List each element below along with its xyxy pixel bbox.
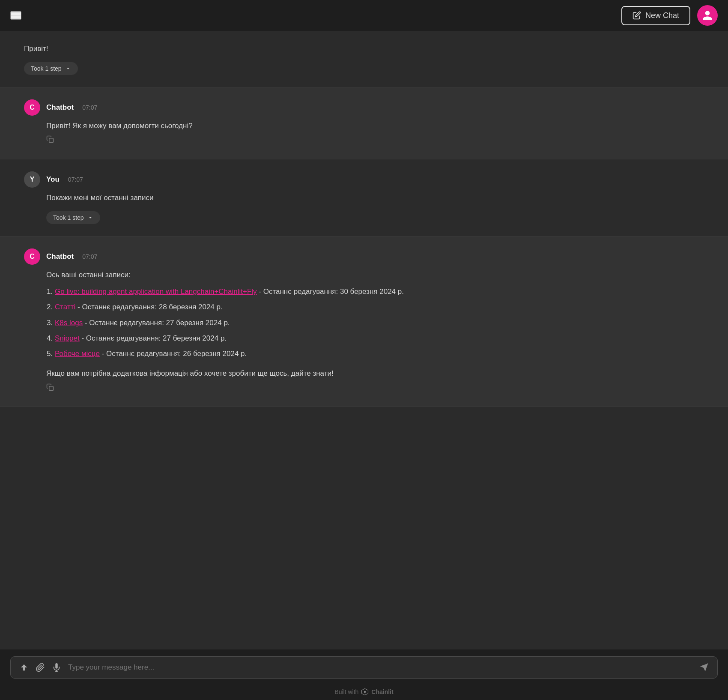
list-item: Go live: building agent application with… — [55, 285, 704, 299]
arrow-up-icon — [19, 663, 29, 672]
message-input[interactable] — [68, 663, 692, 672]
attach-button[interactable] — [36, 663, 45, 672]
new-chat-button[interactable]: New Chat — [621, 6, 690, 25]
svg-point-7 — [364, 691, 366, 693]
edit-icon — [633, 11, 641, 20]
message-block: Привіт! Took 1 step — [0, 31, 728, 87]
message-block: Y You 07:07 Покажи мені мої останні запи… — [0, 159, 728, 236]
message-block: C Chatbot 07:07 Привіт! Як я можу вам до… — [0, 87, 728, 159]
paperclip-icon — [36, 663, 45, 672]
bot-avatar: C — [24, 99, 40, 116]
header-left — [10, 11, 21, 20]
footer: Built with Chainlit — [0, 684, 728, 700]
message-header: C Chatbot 07:07 — [24, 248, 704, 265]
chevron-down-icon — [87, 215, 93, 221]
svg-rect-0 — [49, 138, 54, 143]
list-item: Робоче місце - Останнє редагування: 26 б… — [55, 347, 704, 361]
message-block: C Chatbot 07:07 Ось ваші останні записи:… — [0, 236, 728, 407]
svg-rect-1 — [49, 386, 54, 390]
message-text: Ось ваші останні записи: Go live: buildi… — [46, 269, 704, 395]
bot-avatar: C — [24, 248, 40, 265]
message-header: Y You 07:07 — [24, 171, 704, 188]
send-icon — [699, 663, 709, 672]
send-button[interactable] — [699, 663, 709, 672]
input-box — [10, 656, 718, 679]
menu-button[interactable] — [10, 11, 21, 20]
record-link-4[interactable]: Snippet — [55, 334, 80, 342]
user-avatar: Y — [24, 171, 40, 188]
microphone-button[interactable] — [52, 663, 61, 672]
user-avatar-button[interactable] — [697, 5, 718, 26]
record-link-3[interactable]: K8s logs — [55, 319, 83, 327]
copy-button[interactable] — [46, 135, 704, 147]
list-item: K8s logs - Останнє редагування: 27 берез… — [55, 316, 704, 330]
message-text: Привіт! Як я можу вам допомогти сьогодні… — [46, 120, 704, 147]
message-text: Покажи мені мої останні записи Took 1 st… — [46, 192, 704, 224]
record-link-5[interactable]: Робоче місце — [55, 350, 100, 358]
chevron-down-icon — [65, 66, 71, 72]
chat-scroll[interactable]: Привіт! Took 1 step C Chatbot 07:07 Прив… — [0, 31, 728, 649]
chainlit-logo-icon — [361, 688, 369, 696]
person-icon — [702, 10, 713, 21]
took-step-button[interactable]: Took 1 step — [24, 62, 78, 75]
copy-button[interactable] — [46, 383, 704, 395]
list-item: Статті - Останнє редагування: 28 березня… — [55, 300, 704, 314]
header: New Chat — [0, 0, 728, 31]
microphone-icon — [52, 663, 61, 672]
svg-marker-5 — [700, 664, 708, 671]
scroll-up-button[interactable] — [19, 663, 29, 672]
took-step-button[interactable]: Took 1 step — [46, 211, 100, 224]
message-text: Привіт! Took 1 step — [24, 43, 704, 75]
footer-text: Built with Chainlit — [334, 688, 393, 696]
header-right: New Chat — [621, 5, 718, 26]
message-header: C Chatbot 07:07 — [24, 99, 704, 116]
record-link-1[interactable]: Go live: building agent application with… — [55, 287, 257, 296]
input-area — [0, 649, 728, 684]
list-item: Snippet - Останнє редагування: 27 березн… — [55, 332, 704, 345]
records-list: Go live: building agent application with… — [55, 285, 704, 361]
record-link-2[interactable]: Статті — [55, 303, 75, 311]
chat-container: Привіт! Took 1 step C Chatbot 07:07 Прив… — [0, 31, 728, 649]
